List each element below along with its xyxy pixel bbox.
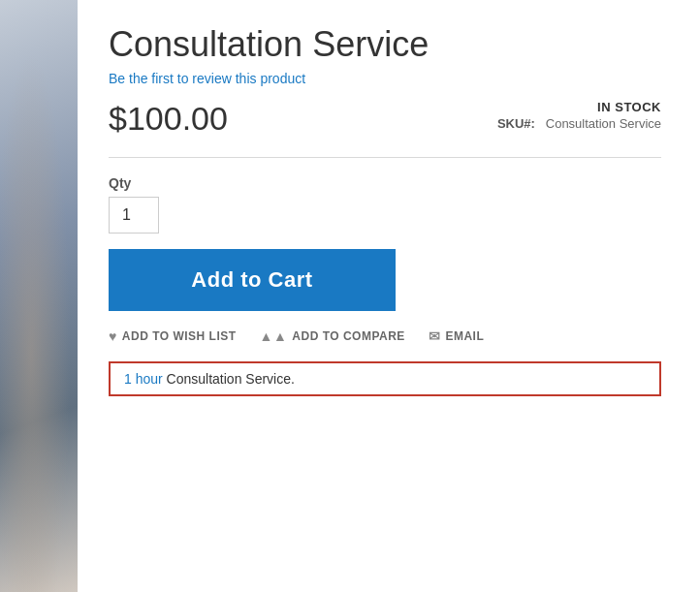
divider — [109, 157, 661, 158]
review-link[interactable]: Be the first to review this product — [109, 71, 661, 86]
actions-row: ♥ ADD TO WISH LIST ▲▲ ADD TO COMPARE ✉ E… — [109, 328, 661, 344]
sku-line: SKU#: Consultation Service — [497, 116, 661, 131]
sku-label: SKU#: — [497, 116, 535, 131]
compare-link[interactable]: ▲▲ ADD TO COMPARE — [260, 328, 405, 344]
description-highlight: 1 hour — [124, 371, 163, 387]
qty-input[interactable] — [109, 197, 159, 234]
product-image — [0, 0, 78, 592]
stock-sku-block: IN STOCK SKU#: Consultation Service — [497, 100, 661, 131]
product-detail: Consultation Service Be the first to rev… — [78, 0, 700, 592]
email-label: EMAIL — [445, 329, 484, 343]
price-row: $100.00 IN STOCK SKU#: Consultation Serv… — [109, 100, 661, 138]
wishlist-label: ADD TO WISH LIST — [122, 329, 237, 343]
product-title: Consultation Service — [109, 23, 661, 65]
add-to-cart-button[interactable]: Add to Cart — [109, 249, 396, 311]
description-box: 1 hour Consultation Service. — [109, 361, 661, 396]
email-link[interactable]: ✉ EMAIL — [429, 328, 484, 344]
qty-label: Qty — [109, 175, 661, 191]
compare-icon: ▲▲ — [260, 328, 288, 344]
stock-status: IN STOCK — [497, 100, 661, 114]
email-icon: ✉ — [429, 328, 441, 344]
compare-label: ADD TO COMPARE — [292, 329, 405, 343]
wishlist-link[interactable]: ♥ ADD TO WISH LIST — [109, 328, 237, 344]
product-price: $100.00 — [109, 100, 228, 138]
sku-value: Consultation Service — [546, 116, 661, 131]
wishlist-icon: ♥ — [109, 328, 117, 344]
description-text: Consultation Service. — [167, 371, 295, 387]
